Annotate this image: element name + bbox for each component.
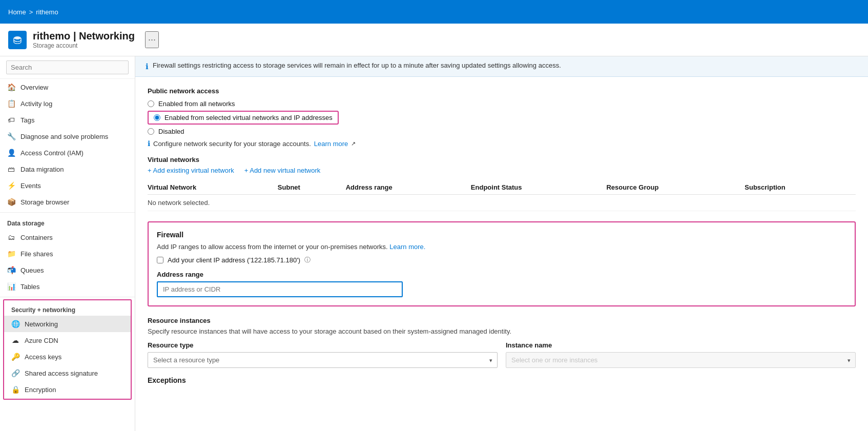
firewall-section: Firewall Add IP ranges to allow access f… — [148, 221, 856, 306]
col-virtual-network: Virtual Network — [148, 180, 278, 195]
resource-type-col: Resource type Select a resource type ▾ — [148, 341, 498, 368]
sidebar-label-azure-cdn: Azure CDN — [25, 337, 58, 344]
info-banner-icon: ℹ — [146, 62, 149, 71]
search-input[interactable] — [6, 60, 129, 74]
containers-icon: 🗂 — [7, 233, 15, 241]
encryption-icon: 🔒 — [11, 385, 19, 394]
col-subnet: Subnet — [278, 180, 346, 195]
data-storage-section-label: Data storage — [0, 215, 135, 229]
network-security-info: ℹ Configure network security for your st… — [148, 139, 856, 148]
sidebar-item-file-shares[interactable]: 📁 File shares — [0, 245, 135, 262]
sidebar-item-networking[interactable]: 🌐 Networking — [4, 316, 131, 332]
sidebar-item-events[interactable]: ⚡ Events — [0, 177, 135, 194]
networking-icon: 🌐 — [11, 320, 19, 328]
col-address-range: Address range — [346, 180, 471, 195]
firewall-desc-text: Add IP ranges to allow access from the i… — [157, 243, 388, 251]
instance-name-label: Instance name — [506, 341, 856, 349]
instance-name-col: Instance name Select one or more instanc… — [506, 341, 856, 368]
access-keys-icon: 🔑 — [11, 353, 19, 361]
sidebar-label-queues: Queues — [20, 266, 44, 274]
sidebar-item-data-migration[interactable]: 🗃 Data migration — [0, 161, 135, 177]
instance-name-select[interactable]: Select one or more instances — [506, 352, 856, 368]
azure-cdn-icon: ☁ — [11, 336, 19, 344]
radio-selected-networks-input[interactable] — [154, 114, 160, 121]
overview-icon: 🏠 — [7, 83, 15, 91]
firewall-title: Firewall — [157, 231, 846, 239]
sidebar-divider-2 — [0, 297, 135, 297]
sidebar-label-storage-browser: Storage browser — [20, 198, 69, 206]
resource-type-select[interactable]: Select a resource type — [148, 352, 498, 368]
client-ip-checkbox[interactable] — [157, 257, 163, 263]
sidebar-label-file-shares: File shares — [20, 250, 53, 258]
external-link-icon: ↗ — [351, 140, 356, 147]
main-layout: 🏠 Overview 📋 Activity log 🏷 Tags 🔧 Diagn… — [0, 56, 868, 431]
sidebar-item-encryption[interactable]: 🔒 Encryption — [4, 381, 131, 398]
radio-selected-networks-label: Enabled from selected virtual networks a… — [164, 114, 333, 121]
radio-all-networks[interactable]: Enabled from all networks — [148, 100, 856, 108]
col-subscription: Subscription — [745, 180, 856, 195]
sidebar-item-iam[interactable]: 👤 Access Control (IAM) — [0, 145, 135, 161]
radio-disabled-input[interactable] — [148, 128, 154, 135]
add-existing-vn-label: + Add existing virtual network — [148, 167, 234, 174]
sidebar-label-containers: Containers — [20, 234, 53, 241]
client-ip-info-icon: ⓘ — [304, 256, 311, 264]
sidebar-label-encryption: Encryption — [25, 386, 56, 394]
add-existing-vn-button[interactable]: + Add existing virtual network — [148, 167, 234, 174]
radio-all-networks-label: Enabled from all networks — [158, 100, 235, 108]
sidebar-label-tags: Tags — [20, 116, 34, 124]
resource-header: rithemo | Networking Storage account ··· — [0, 24, 868, 56]
ip-address-input[interactable] — [157, 281, 403, 297]
sidebar-item-shared-access[interactable]: 🔗 Shared access signature — [4, 365, 131, 381]
client-ip-checkbox-row: Add your client IP address ('122.185.71.… — [157, 256, 846, 264]
radio-selected-networks[interactable]: Enabled from selected virtual networks a… — [148, 111, 856, 125]
selected-networks-box: Enabled from selected virtual networks a… — [148, 111, 339, 125]
sidebar-label-overview: Overview — [20, 84, 48, 91]
radio-disabled[interactable]: Disabled — [148, 128, 856, 135]
sidebar-item-azure-cdn[interactable]: ☁ Azure CDN — [4, 332, 131, 348]
exceptions-section: Exceptions — [148, 376, 856, 384]
breadcrumb-sep: > — [29, 8, 33, 16]
top-bar: Home > rithemo — [0, 0, 868, 24]
storage-browser-icon: 📦 — [7, 198, 15, 206]
resource-instances-title: Resource instances — [148, 317, 856, 324]
more-options-button[interactable]: ··· — [145, 31, 159, 48]
firewall-learn-more-link[interactable]: Learn more. — [389, 243, 425, 251]
no-network-msg: No network selected. — [148, 195, 856, 211]
info-icon-sm: ℹ — [148, 139, 150, 148]
breadcrumb-resource[interactable]: rithemo — [36, 8, 58, 16]
radio-all-networks-input[interactable] — [148, 100, 154, 107]
sidebar-item-tables[interactable]: 📊 Tables — [0, 278, 135, 295]
virtual-networks-section: Virtual networks + Add existing virtual … — [148, 156, 856, 211]
sidebar-label-diagnose: Diagnose and solve problems — [20, 133, 108, 140]
resource-instances-desc: Specify resource instances that will hav… — [148, 327, 856, 335]
resource-instances-section: Resource instances Specify resource inst… — [148, 317, 856, 368]
sidebar-item-access-keys[interactable]: 🔑 Access keys — [4, 348, 131, 365]
sidebar-item-activity-log[interactable]: 📋 Activity log — [0, 95, 135, 112]
add-new-vn-button[interactable]: + Add new virtual network — [244, 167, 321, 174]
info-banner: ℹ Firewall settings restricting access t… — [135, 56, 868, 77]
breadcrumb-home[interactable]: Home — [8, 8, 26, 16]
sidebar-item-storage-browser[interactable]: 📦 Storage browser — [0, 194, 135, 210]
data-migration-icon: 🗃 — [7, 165, 15, 173]
sidebar-label-data-migration: Data migration — [20, 166, 64, 173]
virtual-networks-title: Virtual networks — [148, 156, 856, 163]
security-networking-label: Security + networking — [4, 301, 131, 316]
iam-icon: 👤 — [7, 149, 15, 157]
sidebar-item-queues[interactable]: 📬 Queues — [0, 262, 135, 278]
sidebar-label-events: Events — [20, 182, 41, 190]
learn-more-link[interactable]: Learn more — [314, 140, 348, 148]
svg-point-1 — [14, 36, 21, 39]
sidebar-item-containers[interactable]: 🗂 Containers — [0, 229, 135, 245]
resource-title: rithemo | Networking Storage account — [33, 30, 135, 49]
radio-disabled-label: Disabled — [158, 128, 184, 135]
sidebar-label-tables: Tables — [20, 283, 40, 291]
resource-instance-columns: Resource type Select a resource type ▾ I… — [148, 341, 856, 368]
tags-icon: 🏷 — [7, 116, 15, 124]
events-icon: ⚡ — [7, 181, 15, 190]
address-range-input-row — [157, 281, 846, 297]
exceptions-title: Exceptions — [148, 376, 856, 384]
sidebar-item-diagnose[interactable]: 🔧 Diagnose and solve problems — [0, 128, 135, 145]
sidebar-item-overview[interactable]: 🏠 Overview — [0, 79, 135, 95]
sidebar-item-tags[interactable]: 🏷 Tags — [0, 112, 135, 128]
instance-name-select-wrapper: Select one or more instances ▾ — [506, 352, 856, 368]
